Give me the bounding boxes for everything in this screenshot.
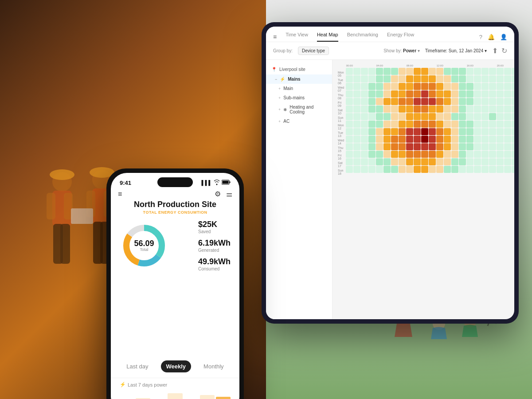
heatmap-cell[interactable]: [429, 83, 436, 90]
heatmap-cell[interactable]: [361, 75, 368, 82]
heatmap-cell[interactable]: [368, 113, 376, 120]
heatmap-cell[interactable]: [391, 166, 398, 173]
heatmap-cell[interactable]: [391, 158, 398, 165]
heatmap-cell[interactable]: [383, 143, 391, 150]
heatmap-cell[interactable]: [512, 98, 514, 105]
heatmap-cell[interactable]: [481, 158, 489, 165]
heatmap-cell[interactable]: [368, 90, 376, 98]
heatmap-cell[interactable]: [346, 106, 353, 113]
heatmap-cell[interactable]: [399, 158, 406, 165]
help-icon[interactable]: ?: [479, 34, 482, 40]
heatmap-cell[interactable]: [353, 68, 360, 75]
heatmap-cell[interactable]: [504, 143, 511, 150]
heatmap-cell[interactable]: [353, 166, 360, 173]
heatmap-cell[interactable]: [353, 106, 360, 113]
heatmap-cell[interactable]: [346, 90, 353, 98]
heatmap-cell[interactable]: [391, 121, 398, 128]
heatmap-cell[interactable]: [451, 98, 458, 105]
heatmap-cell[interactable]: [414, 75, 421, 82]
heatmap-cell[interactable]: [353, 75, 360, 82]
heatmap-cell[interactable]: [406, 75, 413, 82]
heatmap-cell[interactable]: [466, 106, 473, 113]
heatmap-cell[interactable]: [361, 113, 368, 120]
heatmap-cell[interactable]: [368, 158, 376, 165]
heatmap-cell[interactable]: [346, 68, 353, 75]
heatmap-cell[interactable]: [383, 83, 391, 90]
heatmap-cell[interactable]: [474, 113, 481, 120]
heatmap-cell[interactable]: [414, 98, 421, 105]
heatmap-cell[interactable]: [489, 166, 496, 173]
heatmap-cell[interactable]: [414, 166, 421, 173]
heatmap-cell[interactable]: [429, 98, 436, 105]
heatmap-cell[interactable]: [481, 136, 489, 143]
heatmap-cell[interactable]: [361, 83, 368, 90]
heatmap-cell[interactable]: [368, 106, 376, 113]
tab-time-view[interactable]: Time View: [286, 32, 308, 42]
heatmap-cell[interactable]: [504, 68, 511, 75]
heatmap-cell[interactable]: [353, 151, 360, 158]
heatmap-cell[interactable]: [444, 121, 451, 128]
heatmap-cell[interactable]: [436, 106, 443, 113]
heatmap-cell[interactable]: [497, 121, 504, 128]
heatmap-cell[interactable]: [346, 121, 353, 128]
heatmap-cell[interactable]: [474, 128, 481, 135]
heatmap-cell[interactable]: [361, 98, 368, 105]
group-by-select[interactable]: Device type: [298, 47, 329, 55]
heatmap-cell[interactable]: [451, 90, 458, 98]
heatmap-cell[interactable]: [353, 136, 360, 143]
heatmap-cell[interactable]: [436, 75, 443, 82]
show-by-value[interactable]: Power: [403, 48, 416, 53]
heatmap-cell[interactable]: [376, 143, 383, 150]
heatmap-cell[interactable]: [481, 151, 489, 158]
heatmap-cell[interactable]: [361, 68, 368, 75]
heatmap-cell[interactable]: [466, 121, 473, 128]
heatmap-cell[interactable]: [497, 143, 504, 150]
heatmap-cell[interactable]: [414, 128, 421, 135]
heatmap-cell[interactable]: [451, 68, 458, 75]
filter-icon[interactable]: ⚌: [226, 190, 232, 198]
heatmap-cell[interactable]: [406, 136, 413, 143]
heatmap-cell[interactable]: [391, 151, 398, 158]
sidebar-item-mains[interactable]: − ⚡ Mains: [266, 74, 332, 84]
heatmap-cell[interactable]: [459, 166, 466, 173]
heatmap-cell[interactable]: [512, 158, 514, 165]
heatmap-cell[interactable]: [444, 158, 451, 165]
heatmap-cell[interactable]: [368, 121, 376, 128]
heatmap-cell[interactable]: [368, 151, 376, 158]
heatmap-cell[interactable]: [406, 158, 413, 165]
heatmap-cell[interactable]: [383, 90, 391, 98]
heatmap-cell[interactable]: [504, 90, 511, 98]
heatmap-cell[interactable]: [459, 90, 466, 98]
heatmap-cell[interactable]: [406, 151, 413, 158]
heatmap-cell[interactable]: [421, 98, 428, 105]
heatmap-cell[interactable]: [459, 106, 466, 113]
heatmap-cell[interactable]: [481, 166, 489, 173]
heatmap-cell[interactable]: [481, 98, 489, 105]
heatmap-cell[interactable]: [459, 128, 466, 135]
heatmap-cell[interactable]: [474, 121, 481, 128]
heatmap-cell[interactable]: [421, 158, 428, 165]
heatmap-cell[interactable]: [481, 106, 489, 113]
heatmap-cell[interactable]: [399, 106, 406, 113]
heatmap-cell[interactable]: [466, 90, 473, 98]
heatmap-cell[interactable]: [512, 106, 514, 113]
heatmap-cell[interactable]: [459, 113, 466, 120]
heatmap-cell[interactable]: [436, 143, 443, 150]
heatmap-cell[interactable]: [489, 90, 496, 98]
user-icon[interactable]: 👤: [500, 34, 507, 40]
heatmap-cell[interactable]: [406, 121, 413, 128]
heatmap-cell[interactable]: [489, 75, 496, 82]
heatmap-cell[interactable]: [376, 113, 383, 120]
heatmap-cell[interactable]: [436, 113, 443, 120]
heatmap-cell[interactable]: [429, 113, 436, 120]
heatmap-cell[interactable]: [512, 151, 514, 158]
notification-icon[interactable]: 🔔: [488, 34, 495, 40]
heatmap-cell[interactable]: [399, 143, 406, 150]
heatmap-cell[interactable]: [474, 90, 481, 98]
heatmap-cell[interactable]: [436, 151, 443, 158]
heatmap-cell[interactable]: [489, 136, 496, 143]
heatmap-cell[interactable]: [346, 113, 353, 120]
heatmap-cell[interactable]: [444, 90, 451, 98]
heatmap-cell[interactable]: [414, 106, 421, 113]
heatmap-cell[interactable]: [444, 166, 451, 173]
